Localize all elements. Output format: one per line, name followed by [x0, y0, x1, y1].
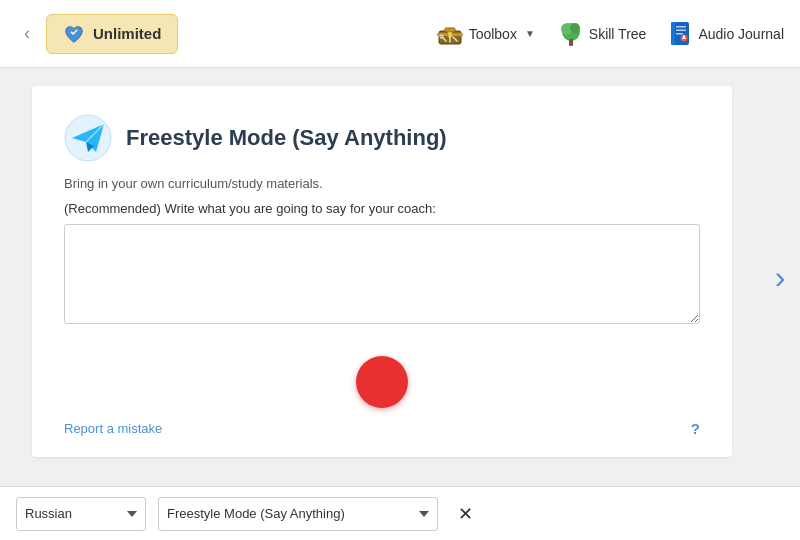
svg-rect-14	[676, 26, 686, 28]
card-header: Freestyle Mode (Say Anything)	[64, 114, 700, 162]
nav-left: ‹ Unlimited	[16, 14, 178, 54]
svg-point-10	[570, 23, 580, 33]
unlimited-label: Unlimited	[93, 25, 161, 42]
main-content: Freestyle Mode (Say Anything) Bring in y…	[0, 68, 800, 486]
help-icon[interactable]: ?	[691, 420, 700, 437]
svg-rect-11	[569, 39, 573, 46]
svg-rect-1	[445, 28, 455, 32]
svg-rect-16	[676, 33, 683, 35]
audio-journal-label: Audio Journal	[698, 26, 784, 42]
back-arrow[interactable]: ‹	[16, 19, 38, 48]
bottom-bar: RussianEnglishSpanishFrenchGermanItalian…	[0, 486, 800, 540]
unlimited-icon	[63, 23, 85, 45]
toolbox-label: Toolbox	[469, 26, 517, 42]
record-button[interactable]	[356, 356, 408, 408]
close-button[interactable]: ✕	[450, 499, 481, 529]
audio-journal-icon	[670, 21, 692, 47]
report-link[interactable]: Report a mistake	[64, 421, 162, 436]
skill-tree-label: Skill Tree	[589, 26, 647, 42]
svg-rect-15	[676, 29, 686, 31]
nav-skill-tree[interactable]: Skill Tree	[559, 21, 647, 47]
skill-tree-icon	[559, 21, 583, 47]
svg-rect-19	[682, 38, 686, 39]
navbar: ‹ Unlimited Tool	[0, 0, 800, 68]
nav-right: Toolbox ▼ Skill Tree	[437, 21, 784, 47]
card-wrapper: Freestyle Mode (Say Anything) Bring in y…	[0, 68, 764, 486]
toolbox-icon	[437, 23, 463, 45]
record-btn-area	[64, 356, 700, 408]
language-select[interactable]: RussianEnglishSpanishFrenchGermanItalian…	[16, 497, 146, 531]
mode-select[interactable]: Freestyle Mode (Say Anything)Standard Mo…	[158, 497, 438, 531]
freestyle-mode-icon	[64, 114, 112, 162]
right-chevron-area: ›	[764, 68, 800, 486]
card-title: Freestyle Mode (Say Anything)	[126, 125, 447, 151]
card-subtitle: Bring in your own curriculum/study mater…	[64, 176, 700, 191]
nav-audio-journal[interactable]: Audio Journal	[670, 21, 784, 47]
svg-rect-13	[671, 22, 675, 45]
coach-textarea[interactable]	[64, 224, 700, 324]
card-footer: Report a mistake ?	[64, 420, 700, 437]
nav-toolbox[interactable]: Toolbox ▼	[437, 23, 535, 45]
coach-label: (Recommended) Write what you are going t…	[64, 201, 700, 216]
unlimited-badge[interactable]: Unlimited	[46, 14, 178, 54]
toolbox-dropdown-arrow: ▼	[525, 28, 535, 39]
content-card: Freestyle Mode (Say Anything) Bring in y…	[32, 86, 732, 457]
next-chevron[interactable]: ›	[775, 261, 786, 293]
